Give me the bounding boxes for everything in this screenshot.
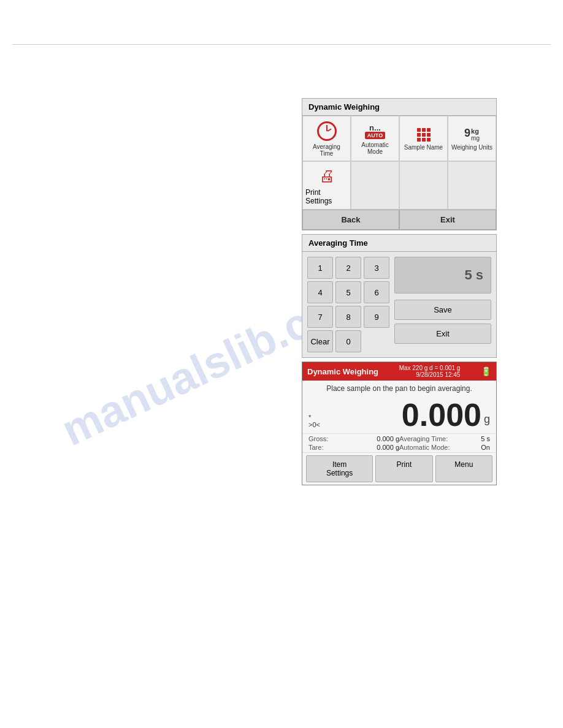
value-display: 5 s <box>394 257 491 294</box>
dw-icons-row2: 🖨 Print Settings <box>302 161 496 210</box>
scale-header-right: Max 220 g d = 0.001 g 9/28/2015 12:45 <box>399 365 461 378</box>
averaging-time-title: Averaging Time <box>302 235 496 252</box>
empty-cell-3 <box>448 161 496 210</box>
scale-title: Dynamic Weighing <box>307 367 378 376</box>
scale-data-left: Gross: 0.000 g Tare: 0.000 g <box>308 435 399 451</box>
dw-buttons-row: Back Exit <box>302 210 496 230</box>
scale-unit: g <box>481 413 490 431</box>
scale-max-info: Max 220 g d = 0.001 g <box>399 365 461 371</box>
exit-button[interactable]: Exit <box>399 210 496 230</box>
units-icon: 9 kg mg <box>464 127 480 142</box>
scale-value: 0.000 <box>326 399 481 431</box>
scale-display-panel: Dynamic Weighing Max 220 g d = 0.001 g 9… <box>302 362 497 485</box>
avg-time-value: 5 s <box>481 435 490 442</box>
scale-header: Dynamic Weighing Max 220 g d = 0.001 g 9… <box>302 362 496 381</box>
print-settings-btn[interactable]: 🖨 Print Settings <box>302 161 351 210</box>
battery-icon: 🔋 <box>481 366 491 376</box>
print-button[interactable]: Print <box>375 455 432 482</box>
right-side: 5 s Save Exit <box>394 257 491 352</box>
main-container: Dynamic Weighing Averaging Time n... AUT… <box>302 98 497 485</box>
dw-settings-panel: Dynamic Weighing Averaging Time n... AUT… <box>302 98 497 230</box>
tare-value: 0.000 g <box>377 444 399 451</box>
clock-icon <box>317 121 337 141</box>
sample-name-label: Sample Name <box>404 144 443 151</box>
gross-value: 0.000 g <box>377 435 399 442</box>
num-1-button[interactable]: 1 <box>307 257 333 279</box>
dw-icons-row1: Averaging Time n... AUTO Automatic Mode … <box>302 116 496 161</box>
scale-datetime: 9/28/2015 12:45 <box>416 371 460 378</box>
num-5-button[interactable]: 5 <box>335 281 361 303</box>
automatic-mode-label: Automatic Mode <box>354 142 396 155</box>
num-7-button[interactable]: 7 <box>307 306 333 328</box>
sample-icon <box>417 128 431 142</box>
scale-indicators: * >0< <box>308 414 320 431</box>
auto-icon: n... AUTO <box>365 124 385 139</box>
scale-data-right: Averaging Time: 5 s Automatic Mode: On <box>399 435 490 451</box>
menu-button[interactable]: Menu <box>435 455 492 482</box>
dw-settings-title: Dynamic Weighing <box>302 99 496 116</box>
exit-avg-button[interactable]: Exit <box>394 324 491 344</box>
num-4-button[interactable]: 4 <box>307 281 333 303</box>
avg-time-item: Averaging Time: 5 s <box>399 435 490 442</box>
gross-item: Gross: 0.000 g <box>308 435 399 442</box>
numpad-spacer <box>364 330 389 352</box>
tare-item: Tare: 0.000 g <box>308 444 399 451</box>
avg-time-label: Averaging Time: <box>399 435 448 442</box>
asterisk-indicator: * <box>308 414 320 421</box>
item-settings-button[interactable]: Item Settings <box>306 455 373 482</box>
zero-indicator: >0< <box>308 421 320 428</box>
num-3-button[interactable]: 3 <box>364 257 389 279</box>
clear-button[interactable]: Clear <box>307 330 333 352</box>
numpad: 1 2 3 4 5 6 7 8 9 Clear 0 <box>307 257 389 352</box>
print-icon: 🖨 <box>319 167 335 186</box>
auto-mode-item: Automatic Mode: On <box>399 444 490 451</box>
auto-mode-label: Automatic Mode: <box>399 444 450 451</box>
scale-reading-area: * >0< 0.000 g <box>302 396 496 433</box>
gross-label: Gross: <box>308 435 328 442</box>
save-button[interactable]: Save <box>394 300 491 320</box>
tare-label: Tare: <box>308 444 323 451</box>
num-0-button[interactable]: 0 <box>335 330 361 352</box>
averaging-time-label: Averaging Time <box>305 143 348 157</box>
sample-name-btn[interactable]: Sample Name <box>399 116 448 161</box>
empty-cell-2 <box>399 161 448 210</box>
weighing-units-btn[interactable]: 9 kg mg Weighing Units <box>448 116 496 161</box>
scale-data-row: Gross: 0.000 g Tare: 0.000 g Averaging T… <box>302 433 496 452</box>
scale-message: Place sample on the pan to begin averagi… <box>302 381 496 396</box>
averaging-time-btn[interactable]: Averaging Time <box>302 116 351 161</box>
num-2-button[interactable]: 2 <box>335 257 361 279</box>
auto-mode-value: On <box>481 444 490 451</box>
scale-footer: Item Settings Print Menu <box>302 452 496 485</box>
automatic-mode-btn[interactable]: n... AUTO Automatic Mode <box>351 116 399 161</box>
weighing-units-label: Weighing Units <box>451 144 492 151</box>
top-rule <box>12 44 551 45</box>
back-button[interactable]: Back <box>302 210 399 230</box>
num-6-button[interactable]: 6 <box>364 281 389 303</box>
action-buttons: Save Exit <box>394 300 491 344</box>
print-settings-label: Print Settings <box>305 188 348 205</box>
num-8-button[interactable]: 8 <box>335 306 361 328</box>
avg-body: 1 2 3 4 5 6 7 8 9 Clear 0 5 s Save Exit <box>302 252 496 357</box>
empty-cell-1 <box>351 161 399 210</box>
averaging-time-panel: Averaging Time 1 2 3 4 5 6 7 8 9 Clear 0… <box>302 234 497 358</box>
num-9-button[interactable]: 9 <box>364 306 389 328</box>
